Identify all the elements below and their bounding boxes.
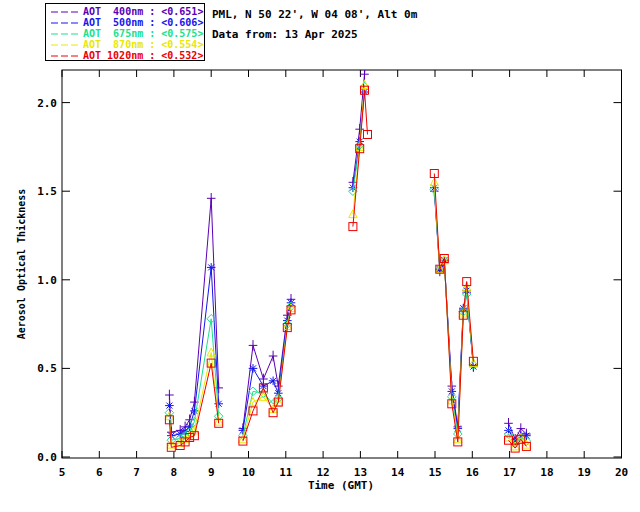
y-tick-label: 2.0 (37, 97, 57, 110)
legend-row-aot-870nm: AOT 870nm : <0.554> (50, 39, 204, 50)
series-aot-675nm (165, 82, 531, 448)
data-series (165, 35, 531, 452)
legend-row-aot-1020nm: AOT 1020nm : <0.532> (50, 50, 204, 61)
legend-dash-line (50, 50, 80, 61)
plus-marker (355, 124, 364, 135)
x-tick-label: 10 (242, 466, 255, 479)
series-line (243, 299, 291, 428)
legend-label: AOT 500nm : <0.606> (83, 17, 203, 28)
x-tick-label: 20 (615, 466, 628, 479)
legend-dash-line (50, 39, 80, 50)
x-tick-label: 17 (503, 466, 516, 479)
x-tick-label: 15 (428, 466, 441, 479)
data-date: Data from: 13 Apr 2025 (212, 28, 417, 48)
legend-label: AOT 870nm : <0.554> (83, 39, 203, 50)
x-tick-label: 7 (133, 466, 140, 479)
y-tick-label: 0.5 (37, 362, 57, 375)
x-tick-label: 9 (208, 466, 215, 479)
legend-dash-line (50, 28, 80, 39)
axis-ticks (62, 70, 622, 458)
x-tick-label: 18 (540, 466, 553, 479)
y-tick-label: 1.5 (37, 185, 57, 198)
x-tick-label: 5 (59, 466, 66, 479)
series-aot-1020nm (165, 86, 530, 452)
series-aot-870nm (165, 80, 530, 450)
x-tick-label: 8 (171, 466, 178, 479)
x-axis-title: Time (GMT) (308, 479, 374, 492)
series-line (353, 90, 368, 226)
x-tick-label: 12 (316, 466, 329, 479)
station-header: PML, N 50 22', W 04 08', Alt 0m Data fro… (212, 8, 417, 48)
series-line (169, 319, 218, 440)
series-line (353, 41, 368, 183)
y-tick-label: 1.0 (37, 274, 57, 287)
series-aot-500nm (165, 88, 531, 446)
legend-row-aot-500nm: AOT 500nm : <0.606> (50, 17, 204, 28)
x-tick-label: 11 (279, 466, 293, 479)
plot-frame (62, 70, 622, 458)
x-tick-label: 6 (96, 466, 103, 479)
x-tick-label: 13 (354, 466, 367, 479)
legend-label: AOT 400nm : <0.651> (83, 6, 203, 17)
plus-marker (207, 193, 216, 204)
plot-svg: 5678910111213141516171819200.00.51.01.52… (0, 0, 640, 512)
legend-row-aot-675nm: AOT 675nm : <0.575> (50, 28, 204, 39)
station-location: PML, N 50 22', W 04 08', Alt 0m (212, 8, 417, 28)
legend-label: AOT 1020nm : <0.532> (83, 50, 203, 61)
plus-marker (249, 340, 258, 351)
asterisk-marker (269, 377, 278, 386)
x-tick-label: 19 (578, 466, 591, 479)
x-tick-label: 16 (466, 466, 480, 479)
plus-marker (165, 390, 174, 401)
legend-dash-line (50, 6, 80, 17)
aot-plot-page: AOT 400nm : <0.651>AOT 500nm : <0.606>AO… (0, 0, 640, 512)
plus-marker (269, 351, 278, 362)
legend-label: AOT 675nm : <0.575> (83, 28, 203, 39)
legend-dash-line (50, 17, 80, 28)
series-aot-400nm (165, 35, 531, 444)
legend-box: AOT 400nm : <0.651>AOT 500nm : <0.606>AO… (45, 3, 205, 61)
x-tick-label: 14 (391, 466, 405, 479)
legend-row-aot-400nm: AOT 400nm : <0.651> (50, 6, 204, 17)
y-tick-label: 0.0 (37, 451, 57, 464)
y-axis-title: Aerosol Optical Thickness (16, 189, 27, 340)
axis-tick-labels: 5678910111213141516171819200.00.51.01.52… (37, 97, 628, 479)
